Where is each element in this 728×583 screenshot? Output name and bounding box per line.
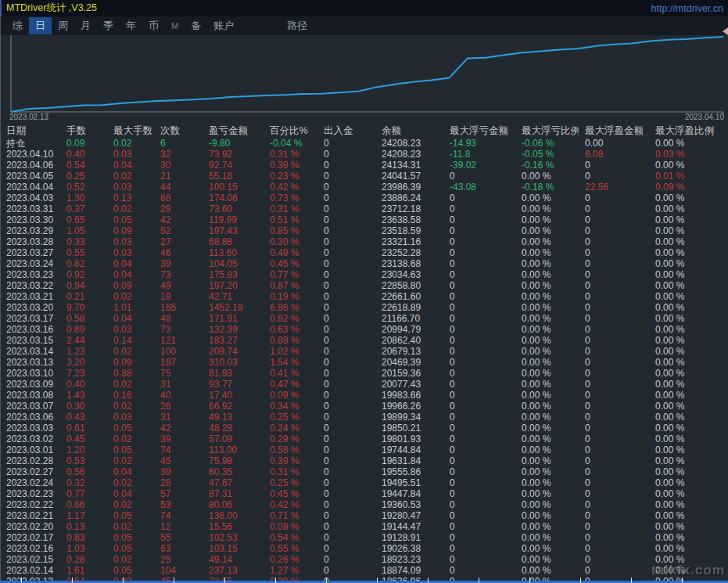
table-row[interactable]: 2023.02.141.610.05104237.131.27 %018874.… (0, 565, 728, 576)
cell-mfpp: 0.00 % (649, 488, 728, 499)
bottom-strip-tick (479, 578, 479, 583)
table-row[interactable]: 2023.02.211.170.0574136.000.71 %019280.4… (0, 510, 728, 521)
cell-mfp: 0 (579, 160, 649, 171)
cell-date: 2023.02.15 (0, 554, 60, 565)
cell-pnl: 60.35 (203, 466, 264, 477)
cell-mfpp: 0.00 % (649, 236, 728, 247)
cell-mfpp: 0.00 % (649, 543, 728, 554)
position-row[interactable]: 持仓0.090.026-9.80-0.04 %024208.23-14.93-0… (0, 138, 728, 149)
equity-chart: 2023.02.13 2023.04.10 (0, 35, 728, 124)
table-row[interactable]: 2023.03.030.610.054248.280.24 %019850.21… (0, 423, 728, 434)
menu-item-备[interactable]: 备 (185, 17, 207, 34)
cell-mfp: 0 (579, 543, 649, 554)
cell-mfl: 0 (443, 313, 515, 324)
cell-pct: 0.82 % (264, 313, 317, 324)
table-row[interactable]: 2023.03.220.940.0949197.200.87 %022858.8… (0, 280, 728, 291)
cell-date: 2023.02.22 (0, 499, 60, 510)
menu-item-路径[interactable]: 路径 (281, 17, 314, 34)
table-row[interactable]: 2023.03.209.701.011651452.196.86 %022618… (0, 302, 728, 313)
table-row[interactable]: 2023.03.300.650.0542119.990.51 %023638.5… (0, 214, 728, 225)
table-row[interactable]: 2023.02.280.530.024575.980.39 %019631.84… (0, 455, 728, 466)
table-row[interactable]: 2023.03.270.550.0346113.600.49 %023252.2… (0, 247, 728, 258)
cell-date: 2023.03.14 (0, 346, 60, 357)
table-row[interactable]: 2023.03.081.430.164017.400.09 %019983.66… (0, 390, 728, 401)
table-row[interactable]: 2023.03.011.200.0574113.000.58 %019744.8… (0, 444, 728, 455)
menu-item-月[interactable]: 月 (74, 17, 97, 34)
bottom-strip-tick (174, 578, 174, 583)
menu-item-季[interactable]: 季 (97, 17, 120, 34)
table-row[interactable]: 2023.03.160.890.0373132.390.63 %020994.7… (0, 324, 728, 335)
cell-mfp: 0 (579, 510, 649, 521)
bottom-strip-tick (275, 578, 276, 583)
cell-date: 2023.04.10 (0, 149, 60, 160)
cell-lots: 0.33 (60, 236, 107, 247)
cell-deposit: 0 (317, 193, 375, 203)
table-row[interactable]: 2023.03.070.300.022666.920.34 %019966.26… (0, 401, 728, 412)
table-row[interactable]: 2023.02.270.560.043960.350.31 %019555.86… (0, 466, 728, 477)
table-row[interactable]: 2023.03.280.330.032768.880.30 %023321.16… (0, 236, 728, 247)
table-row[interactable]: 2023.03.210.210.021942.710.19 %022661.60… (0, 291, 728, 302)
cell-count: 39 (154, 434, 203, 444)
cell-lots: 1.43 (60, 390, 107, 401)
column-header-mfl: 最大浮亏金额 (443, 124, 515, 138)
cell-pnl: 66.92 (203, 401, 264, 412)
cell-mfp: 0 (579, 444, 649, 455)
cell-deposit: 0 (317, 379, 375, 390)
cell-mfpp: 0.00 % (649, 302, 728, 313)
table-row[interactable]: 2023.02.230.770.045787.310.45 %019447.84… (0, 488, 728, 499)
cell-mfp: 0 (579, 313, 649, 324)
table-row[interactable]: 2023.04.100.400.033273.920.31 %024208.23… (0, 149, 728, 160)
cell-date: 2023.04.05 (0, 171, 60, 182)
cell-count: 46 (154, 247, 203, 258)
table-row[interactable]: 2023.03.291.050.0952197.430.85 %023518.5… (0, 225, 728, 236)
table-row[interactable]: 2023.02.161.030.0563103.150.55 %019026.3… (0, 543, 728, 554)
cell-pct: 0.41 % (264, 368, 317, 379)
table-row[interactable]: 2023.02.170.830.0555102.530.54 %019128.9… (0, 532, 728, 543)
bottom-strip-tick (123, 578, 124, 583)
cell-deposit: 0 (317, 434, 375, 444)
table-row[interactable]: 2023.02.240.320.022847.670.25 %019495.51… (0, 477, 728, 488)
bottom-strip-tick (377, 578, 378, 583)
cell-mfpp: 0.00 % (649, 280, 728, 291)
table-row[interactable]: 2023.02.220.660.025380.060.42 %019360.53… (0, 499, 728, 510)
table-row[interactable]: 2023.03.152.440.14121183.270.89 %020862.… (0, 335, 728, 346)
cell-mfp: 0 (579, 554, 649, 565)
menu-item-日[interactable]: 日 (29, 17, 52, 34)
table-row[interactable]: 2023.04.060.540.043092.740.39 %024134.31… (0, 160, 728, 171)
cell-deposit: 0 (317, 554, 375, 565)
table-row[interactable]: 2023.03.141.230.02100209.741.02 %020679.… (0, 346, 728, 357)
table-row[interactable]: 2023.02.150.280.022549.140.26 %018923.23… (0, 554, 728, 565)
table-row[interactable]: 2023.04.040.520.0344100.150.42 %023986.3… (0, 182, 728, 193)
menu-item-账户[interactable]: 账户 (207, 17, 240, 34)
cell-balance: 20679.13 (375, 346, 443, 357)
menu-item-币[interactable]: 币 (142, 17, 165, 34)
table-row[interactable]: 2023.03.170.580.0448171.910.82 %021166.7… (0, 313, 728, 324)
vendor-url-link[interactable]: http://mtdriver.cn (651, 3, 723, 14)
table-row[interactable]: 2023.02.200.130.021215.560.08 %019144.47… (0, 521, 728, 532)
cell-lots: 0.32 (60, 477, 107, 488)
cell-date: 2023.03.20 (0, 302, 60, 313)
menu-item-M[interactable]: M (165, 20, 185, 32)
table-row[interactable]: 2023.03.240.620.0439104.050.45 %023138.6… (0, 258, 728, 269)
bottom-strip-tick (631, 578, 632, 583)
table-row[interactable]: 2023.04.031.300.1368174.060.73 %023886.2… (0, 193, 728, 203)
cell-mflp: 0.00 % (515, 466, 579, 477)
cell-mfl: -43.08 (443, 182, 515, 193)
table-row[interactable]: 2023.04.050.250.022155.180.23 %024041.57… (0, 171, 728, 182)
menu-item-年[interactable]: 年 (120, 17, 142, 34)
cell-count: 73 (154, 324, 203, 335)
table-row[interactable]: 2023.03.133.200.09187310.031.54 %020469.… (0, 357, 728, 368)
menu-item-综[interactable]: 综 (6, 17, 29, 34)
table-row[interactable]: 2023.03.090.400.023193.770.47 %020077.43… (0, 379, 728, 390)
cell-count: 52 (154, 225, 203, 236)
table-row[interactable]: 2023.03.107.230.887581.930.41 %020159.36… (0, 368, 728, 379)
cell-mfp: 0 (579, 236, 649, 247)
table-row[interactable]: 2023.03.310.370.022973.600.31 %023712.18… (0, 203, 728, 214)
table-row[interactable]: 2023.03.020.450.023957.090.29 %019801.93… (0, 434, 728, 444)
cell-mfp: 0 (579, 269, 649, 280)
menu-item-周[interactable]: 周 (52, 17, 74, 34)
cell-mfl: 0 (443, 214, 515, 225)
table-row[interactable]: 2023.03.060.430.033149.130.25 %019899.34… (0, 412, 728, 423)
table-row[interactable]: 2023.03.230.920.0473175.830.77 %023034.6… (0, 269, 728, 280)
cell-mfp: 0 (579, 565, 649, 576)
